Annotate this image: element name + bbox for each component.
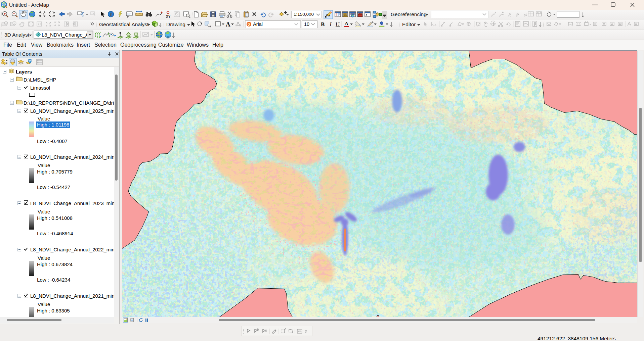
svg-text:XY: XY	[166, 15, 171, 18]
svg-text:10: 10	[304, 21, 309, 27]
svg-text:Drawing: Drawing	[166, 21, 185, 27]
svg-text:I: I	[329, 21, 332, 28]
svg-text:Georeferencing: Georeferencing	[391, 11, 427, 17]
svg-text:Arial: Arial	[253, 21, 263, 27]
svg-text:0: 0	[248, 22, 250, 27]
svg-text:A: A	[345, 21, 348, 26]
svg-text:Editor: Editor	[402, 21, 416, 27]
svg-text:Geostatistical Analyst: Geostatistical Analyst	[99, 21, 149, 27]
svg-text:A: A	[226, 21, 230, 28]
svg-text:L8_NDVI_Change_An: L8_NDVI_Change_An	[42, 32, 91, 38]
svg-text:A: A	[434, 23, 436, 27]
svg-text:1:1: 1:1	[38, 23, 42, 26]
svg-text:i: i	[110, 12, 112, 17]
svg-text:B: B	[321, 21, 325, 28]
svg-text:1:150,000: 1:150,000	[294, 12, 314, 17]
svg-text:3D Analyst: 3D Analyst	[4, 32, 30, 38]
svg-text:U: U	[336, 21, 340, 28]
